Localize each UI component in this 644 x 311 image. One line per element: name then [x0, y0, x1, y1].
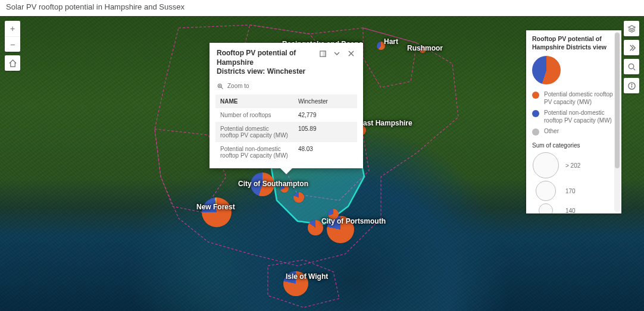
- info-icon: [627, 81, 636, 90]
- legend-scrollbar[interactable]: [614, 32, 620, 212]
- district-pie-marker[interactable]: [293, 192, 304, 203]
- legend-label-other: Other: [544, 128, 559, 136]
- popup-attribute-table: NAME Winchester Number of rooftops42,779…: [215, 95, 357, 162]
- basemap-button[interactable]: [624, 21, 639, 36]
- legend-label-domestic: Potential domestic rooftop PV capacity (…: [544, 91, 615, 106]
- chevron-down-icon: [333, 50, 340, 57]
- map-viewport[interactable]: Basingstoke and DeaneHartRushmoorWinches…: [0, 16, 644, 311]
- zoom-out-button[interactable]: −: [5, 36, 20, 52]
- svg-point-0: [629, 64, 633, 68]
- close-icon: [348, 50, 355, 57]
- legend-size-circle: [536, 181, 556, 201]
- district-pie-marker[interactable]: [283, 271, 308, 296]
- popup-close-button[interactable]: [346, 49, 356, 58]
- legend-swatch-other: [532, 128, 539, 136]
- attr-value: 42,779: [293, 108, 357, 122]
- svg-point-2: [632, 84, 632, 84]
- search-icon: [627, 62, 636, 71]
- page-title: Solar PV rooftop potential in Hampshire …: [0, 0, 644, 16]
- legend-size-title: Sum of categories: [526, 137, 621, 151]
- district-pie-marker[interactable]: [419, 46, 426, 53]
- attr-name: Number of rooftops: [215, 108, 293, 122]
- popup-title: Rooftop PV potential of HampshireDistric…: [217, 49, 318, 77]
- legend-size-label: 170: [565, 188, 576, 194]
- legend-size-row: > 202: [526, 151, 621, 180]
- legend-size-circle: [533, 152, 559, 178]
- attr-value: 48.03: [293, 142, 357, 162]
- expand-button[interactable]: [624, 40, 639, 55]
- attr-name: Potential non-domestic rooftop PV capaci…: [215, 142, 293, 162]
- zoom-in-button[interactable]: +: [5, 21, 20, 36]
- district-pie-marker[interactable]: [327, 216, 354, 243]
- dock-icon: [319, 50, 327, 58]
- basemap-icon: [627, 24, 636, 33]
- table-row: Potential domestic rooftop PV capacity (…: [215, 122, 357, 142]
- district-pie-marker[interactable]: [308, 220, 323, 235]
- legend-scrollbar-thumb[interactable]: [615, 33, 620, 168]
- legend-title: Rooftop PV potential of Hampshire Distri…: [526, 30, 621, 54]
- svg-rect-4: [323, 51, 326, 56]
- district-pie-marker[interactable]: [328, 209, 339, 219]
- popup-dock-button[interactable]: [318, 49, 327, 58]
- home-icon: [8, 59, 17, 68]
- feature-popup: Rooftop PV potential of HampshireDistric…: [210, 43, 363, 168]
- legend-size-label: > 202: [565, 162, 580, 169]
- popup-pointer: [280, 168, 292, 174]
- district-pie-marker[interactable]: [280, 184, 289, 193]
- zoom-to-icon: [217, 83, 224, 90]
- legend-swatch-nondomestic: [532, 110, 539, 117]
- district-pie-marker[interactable]: [251, 172, 274, 196]
- attr-name: Potential domestic rooftop PV capacity (…: [215, 122, 293, 142]
- legend-pie-swatch: [532, 56, 561, 84]
- zoom-to-label: Zoom to: [227, 83, 249, 89]
- expand-right-icon: [627, 43, 636, 52]
- district-pie-marker[interactable]: [202, 197, 232, 227]
- info-button[interactable]: [624, 78, 639, 93]
- zoom-group: + −: [5, 21, 20, 52]
- popup-col-val: Winchester: [293, 95, 357, 108]
- legend-label-nondomestic: Potential non-domestic rooftop PV capaci…: [544, 109, 615, 124]
- legend-size-label: 140: [565, 208, 576, 213]
- legend-size-row: 170: [526, 180, 621, 202]
- home-button[interactable]: [5, 55, 20, 71]
- legend-size-circle: [539, 203, 553, 213]
- attr-value: 105.89: [293, 122, 357, 142]
- table-row: Potential non-domestic rooftop PV capaci…: [215, 142, 357, 162]
- popup-zoom-to[interactable]: Zoom to: [210, 83, 363, 95]
- district-pie-marker[interactable]: [377, 42, 385, 50]
- table-row: Number of rooftops42,779: [215, 108, 357, 122]
- legend-swatch-domestic: [532, 92, 539, 99]
- legend-panel: Rooftop PV potential of Hampshire Distri…: [526, 30, 621, 213]
- popup-col-key: NAME: [215, 95, 293, 108]
- legend-size-row: 140: [526, 202, 621, 213]
- search-button[interactable]: [624, 59, 639, 74]
- popup-collapse-button[interactable]: [332, 49, 342, 58]
